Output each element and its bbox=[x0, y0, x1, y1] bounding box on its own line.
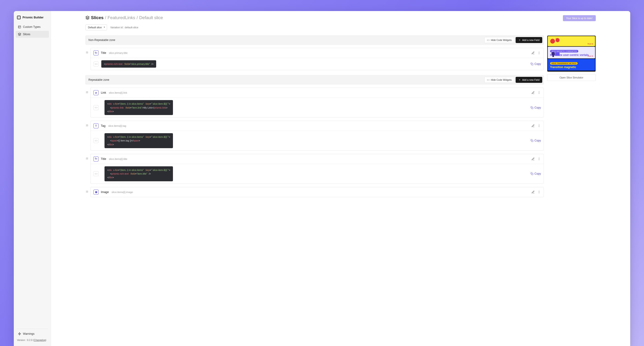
svg-point-31 bbox=[539, 159, 539, 159]
zone-title: Repeatable zone bbox=[88, 78, 109, 81]
field-row: ⊘ Link slice.items[i].link <div v-for="(… bbox=[86, 88, 544, 118]
code-snippet: <div v-for="(item, i) in slice.items" :k… bbox=[104, 166, 173, 181]
field-code-row: <div v-for="(item, i) in slice.items" :k… bbox=[91, 98, 544, 117]
bolt-icon bbox=[18, 332, 21, 335]
edit-icon[interactable] bbox=[531, 91, 535, 95]
app-window: Prismic Builder Custom Types Slices Warn… bbox=[14, 11, 630, 346]
variation-id-label: Variation id : default-slice bbox=[110, 26, 138, 29]
field-name: Image bbox=[101, 191, 109, 194]
more-icon[interactable] bbox=[537, 91, 541, 95]
columns: Non-Repeatable zone Hide Code Widgets ＋ … bbox=[86, 36, 596, 193]
copy-button[interactable]: Copy bbox=[530, 139, 541, 142]
svg-rect-12 bbox=[532, 64, 533, 65]
breadcrumb-root[interactable]: Slices bbox=[91, 15, 104, 20]
field-api-id: slice.items[i].link bbox=[109, 91, 127, 94]
field-type-icon: Tт bbox=[94, 156, 98, 161]
code-toggle-icon[interactable] bbox=[94, 171, 98, 176]
copy-button[interactable]: Copy bbox=[530, 62, 541, 66]
hide-code-widgets-button[interactable]: Hide Code Widgets bbox=[484, 37, 514, 43]
sidebar-item-label: Warnings bbox=[23, 332, 34, 335]
code-toggle-icon[interactable] bbox=[94, 138, 98, 143]
sidebar-item-warnings[interactable]: Warnings bbox=[16, 330, 49, 337]
edit-icon[interactable] bbox=[531, 157, 535, 161]
code-toggle-icon[interactable] bbox=[94, 105, 98, 110]
sidebar-item-custom-types[interactable]: Custom Types bbox=[16, 24, 49, 30]
sidebar-item-label: Custom Types bbox=[23, 25, 40, 29]
drag-handle-icon[interactable] bbox=[86, 187, 89, 197]
copy-button[interactable]: Copy bbox=[530, 106, 541, 109]
field-card: Tт Title slice.primary.title <prismic-ri… bbox=[90, 48, 544, 70]
svg-point-24 bbox=[539, 126, 539, 126]
hide-code-widgets-button[interactable]: Hide Code Widgets bbox=[484, 77, 514, 83]
field-head: T Tag slice.items[i].tag bbox=[91, 121, 544, 131]
svg-point-9 bbox=[539, 52, 539, 52]
svg-point-44 bbox=[552, 52, 555, 56]
field-row: T Tag slice.items[i].tag <div v-for="(it… bbox=[86, 121, 544, 151]
breadcrumb-slice[interactable]: FeaturedLinks bbox=[108, 15, 135, 20]
more-icon[interactable] bbox=[537, 190, 541, 194]
svg-rect-19 bbox=[532, 107, 533, 109]
version-info: Version : 0.2.0 (Changelog) bbox=[16, 338, 49, 342]
svg-point-38 bbox=[539, 192, 539, 192]
field-card: ⊘ Link slice.items[i].link <div v-for="(… bbox=[90, 88, 544, 118]
open-simulator-button[interactable]: Open Slice Simulator bbox=[547, 74, 596, 81]
status-badge: Your Slice is up to date! bbox=[563, 15, 596, 21]
sidebar-item-slices[interactable]: Slices bbox=[16, 31, 49, 38]
field-head: Tт Title slice.items[i].title bbox=[91, 154, 544, 164]
right-column: 99% Read ⊕ MESH MAGNETIC COMMUNITIES Max… bbox=[547, 36, 596, 81]
breadcrumb-variation: Default slice bbox=[139, 15, 163, 20]
more-icon[interactable] bbox=[537, 51, 541, 55]
edit-icon[interactable] bbox=[531, 124, 535, 128]
field-api-id: slice.items[i].image bbox=[112, 191, 133, 194]
brand: Prismic Builder bbox=[16, 15, 49, 24]
svg-rect-43 bbox=[555, 53, 560, 56]
header-row: Slices / FeaturedLinks / Default slice Y… bbox=[86, 15, 596, 21]
svg-point-25 bbox=[539, 126, 539, 127]
more-icon[interactable] bbox=[537, 124, 541, 128]
field-head: ⊘ Link slice.items[i].link bbox=[91, 88, 544, 98]
svg-rect-33 bbox=[532, 174, 533, 175]
field-name: Title bbox=[101, 157, 106, 160]
variation-row: Default slice Variation id : default-sli… bbox=[86, 24, 596, 30]
preview-card: 99% Read ⊕ bbox=[548, 36, 595, 46]
preview-read-link: Read ⊕ bbox=[588, 43, 593, 45]
drag-handle-icon[interactable] bbox=[86, 154, 89, 184]
layout-icon bbox=[18, 25, 21, 29]
field-name: Title bbox=[101, 51, 106, 55]
add-field-button[interactable]: ＋ Add a new Field bbox=[516, 77, 542, 83]
copy-button[interactable]: Copy bbox=[530, 172, 541, 175]
field-code-row: <prismic-rich-text :field="slice.primary… bbox=[91, 58, 544, 70]
svg-point-30 bbox=[539, 158, 539, 158]
field-head: ▣ Image slice.items[i].image bbox=[91, 187, 544, 197]
variation-select[interactable]: Default slice bbox=[86, 24, 107, 30]
layers-icon bbox=[86, 16, 90, 20]
drag-handle-icon[interactable] bbox=[86, 88, 89, 118]
add-field-button[interactable]: ＋ Add a new Field bbox=[516, 37, 542, 43]
more-icon[interactable] bbox=[537, 157, 541, 161]
field-row: Tт Title slice.items[i].title <div v-for… bbox=[86, 154, 544, 184]
edit-icon[interactable] bbox=[531, 51, 535, 55]
svg-marker-4 bbox=[18, 332, 21, 335]
drag-handle-icon[interactable] bbox=[86, 48, 89, 70]
field-type-icon: ⊘ bbox=[94, 90, 98, 95]
code-toggle-icon[interactable] bbox=[94, 61, 98, 67]
drag-handle-icon[interactable] bbox=[86, 121, 89, 151]
left-column: Non-Repeatable zone Hide Code Widgets ＋ … bbox=[86, 36, 544, 193]
svg-rect-45 bbox=[552, 55, 554, 57]
breadcrumb: Slices / FeaturedLinks / Default slice bbox=[86, 15, 163, 20]
preview-title: Transition magnetic bbox=[550, 66, 593, 69]
repeat-fields: ⊘ Link slice.items[i].link <div v-for="(… bbox=[86, 88, 544, 197]
svg-text:99%: 99% bbox=[556, 38, 559, 39]
field-head: Tт Title slice.primary.title bbox=[91, 48, 544, 58]
edit-icon[interactable] bbox=[531, 190, 535, 194]
svg-point-32 bbox=[539, 160, 539, 160]
field-code-row: <div v-for="(item, i) in slice.items" :k… bbox=[91, 131, 544, 150]
svg-point-18 bbox=[539, 93, 539, 94]
field-api-id: slice.items[i].title bbox=[109, 157, 127, 160]
plus-icon: ＋ bbox=[518, 78, 521, 81]
preview-illustration bbox=[550, 49, 562, 58]
code-snippet: <div v-for="(item, i) in slice.items" :k… bbox=[104, 100, 173, 115]
changelog-link[interactable]: Changelog bbox=[34, 339, 46, 341]
preview-tag: DRIVE TRANSPARENT METRICS bbox=[550, 62, 578, 65]
plus-icon: ＋ bbox=[518, 38, 521, 42]
